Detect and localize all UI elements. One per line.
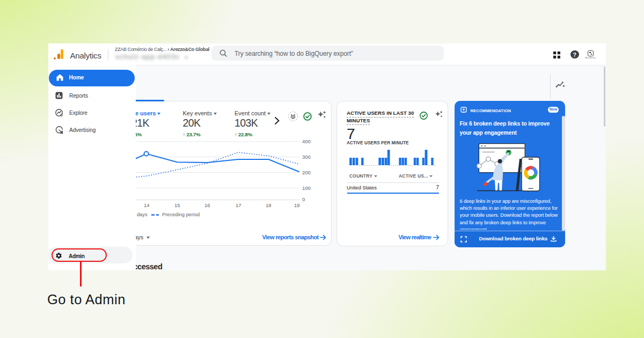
svg-text:100: 100 xyxy=(302,185,311,191)
svg-text:17: 17 xyxy=(236,202,241,208)
svg-text:19: 19 xyxy=(294,202,300,208)
svg-text:14: 14 xyxy=(144,202,150,208)
svg-text:15: 15 xyxy=(174,202,180,208)
svg-text:400: 400 xyxy=(302,138,311,144)
svg-text:0: 0 xyxy=(302,196,305,202)
svg-text:18: 18 xyxy=(266,202,272,208)
svg-text:300: 300 xyxy=(302,154,311,160)
svg-text:16: 16 xyxy=(204,202,210,208)
svg-text:200: 200 xyxy=(302,170,311,175)
